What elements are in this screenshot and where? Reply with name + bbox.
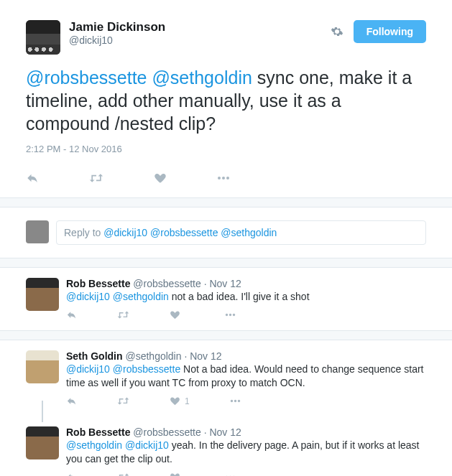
main-tweet: Jamie Dickinson @dickij10 Following @rob… xyxy=(0,0,452,198)
reply-author-name[interactable]: Rob Bessette xyxy=(66,278,130,289)
mention-link[interactable]: @sethgoldin xyxy=(152,67,252,88)
reply-author-name[interactable]: Rob Bessette xyxy=(66,426,130,438)
mention-link[interactable]: @robsbessette xyxy=(113,363,180,375)
reply-date[interactable]: Nov 12 xyxy=(190,350,221,362)
mention-link[interactable]: @dickij10 xyxy=(66,363,110,375)
reply-text: @dickij10 @sethgoldin not a bad idea. I'… xyxy=(66,290,426,304)
like-icon[interactable] xyxy=(154,172,167,185)
author-block[interactable]: Jamie Dickinson @dickij10 xyxy=(69,20,331,46)
reply-icon[interactable] xyxy=(66,472,77,476)
reply-avatar[interactable] xyxy=(26,426,59,459)
tweet-actions xyxy=(26,164,426,197)
mention-link[interactable]: @sethgoldin xyxy=(66,439,122,451)
svg-point-1 xyxy=(222,177,225,179)
gear-icon[interactable] xyxy=(331,25,343,38)
more-icon[interactable] xyxy=(225,472,236,476)
reply-avatar[interactable] xyxy=(26,278,59,311)
svg-point-0 xyxy=(218,177,221,179)
mention-link[interactable]: @robsbessette xyxy=(26,67,147,88)
reply-author-name[interactable]: Seth Goldin xyxy=(66,350,123,362)
retweet-icon[interactable] xyxy=(89,172,103,185)
reply-composer: Reply to @dickij10 @robsbessette @sethgo… xyxy=(0,207,452,258)
svg-point-6 xyxy=(231,400,233,402)
reply-tweet[interactable]: Seth Goldin @sethgoldin · Nov 12 @dickij… xyxy=(0,340,452,416)
reply-thread: Seth Goldin @sethgoldin · Nov 12 @dickij… xyxy=(0,340,452,476)
mention-link: @dickij10 xyxy=(103,227,147,238)
like-icon[interactable] xyxy=(170,309,185,320)
follow-button[interactable]: Following xyxy=(354,20,426,43)
reply-tweet[interactable]: Rob Bessette @robsbessette · Nov 12 @dic… xyxy=(0,268,452,330)
reply-actions xyxy=(66,304,426,327)
tweet-header: Jamie Dickinson @dickij10 Following xyxy=(26,20,426,55)
retweet-icon[interactable] xyxy=(117,309,129,320)
svg-point-5 xyxy=(233,314,235,316)
retweet-icon[interactable] xyxy=(117,472,129,476)
reply-date[interactable]: Nov 12 xyxy=(209,278,241,289)
author-name: Jamie Dickinson xyxy=(69,20,331,34)
reply-icon[interactable] xyxy=(66,309,77,320)
reply-text: @sethgoldin @dickij10 yeah. In the deliv… xyxy=(66,439,426,466)
more-icon[interactable] xyxy=(230,396,241,406)
tweet-text: @robsbessette @sethgoldin sync one, make… xyxy=(26,66,426,135)
mention-link: @robsbessette xyxy=(150,227,218,238)
reply-author-handle[interactable]: @robsbessette xyxy=(133,426,200,438)
like-icon[interactable] xyxy=(170,472,185,476)
reply-icon[interactable] xyxy=(26,172,39,185)
reply-author-handle[interactable]: @sethgoldin xyxy=(125,350,181,362)
like-icon[interactable]: 1 xyxy=(170,396,190,406)
reply-text: @dickij10 @robsbessette Not a bad idea. … xyxy=(66,363,426,390)
self-avatar[interactable] xyxy=(26,220,49,243)
author-handle: @dickij10 xyxy=(69,34,331,46)
reply-author-handle[interactable]: @robsbessette xyxy=(133,278,200,289)
reply-actions xyxy=(66,466,426,476)
mention-link: @sethgoldin xyxy=(221,227,277,238)
reply-icon[interactable] xyxy=(66,396,77,406)
like-count: 1 xyxy=(185,396,190,406)
reply-avatar[interactable] xyxy=(26,350,59,383)
reply-tweet[interactable]: Rob Bessette @robsbessette · Nov 12 @set… xyxy=(0,416,452,476)
mention-link[interactable]: @sethgoldin xyxy=(113,291,169,302)
reply-actions: 1 xyxy=(66,390,426,414)
reply-prefix: Reply to xyxy=(64,227,103,238)
reply-thread: Rob Bessette @robsbessette · Nov 12 @dic… xyxy=(0,267,452,331)
svg-point-4 xyxy=(229,314,231,316)
svg-point-3 xyxy=(226,314,228,316)
mention-link[interactable]: @dickij10 xyxy=(125,439,169,451)
retweet-icon[interactable] xyxy=(117,396,129,406)
more-icon[interactable] xyxy=(217,172,230,185)
timestamp[interactable]: 2:12 PM - 12 Nov 2016 xyxy=(26,144,426,154)
more-icon[interactable] xyxy=(225,309,236,320)
svg-point-2 xyxy=(226,177,229,179)
reply-date[interactable]: Nov 12 xyxy=(209,426,241,438)
author-avatar[interactable] xyxy=(26,20,60,55)
svg-point-7 xyxy=(234,400,236,402)
mention-link[interactable]: @dickij10 xyxy=(66,291,110,302)
svg-point-8 xyxy=(238,400,240,402)
reply-input[interactable]: Reply to @dickij10 @robsbessette @sethgo… xyxy=(56,220,426,245)
